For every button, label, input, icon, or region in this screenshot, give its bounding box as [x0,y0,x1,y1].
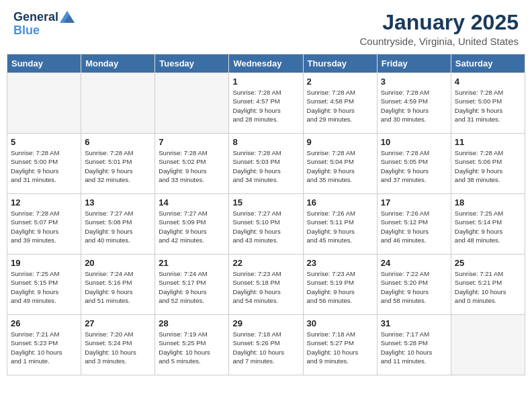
day-info: Sunrise: 7:28 AM Sunset: 4:57 PM Dayligh… [232,88,299,124]
calendar-cell [7,73,81,134]
header: General Blue January 2025 Countryside, V… [0,0,532,54]
day-info: Sunrise: 7:28 AM Sunset: 5:03 PM Dayligh… [232,148,299,184]
logo-blue-text: Blue [13,24,40,37]
day-number: 14 [159,197,225,208]
day-number: 31 [381,318,447,328]
day-info: Sunrise: 7:23 AM Sunset: 5:19 PM Dayligh… [307,269,373,305]
day-info: Sunrise: 7:28 AM Sunset: 5:00 PM Dayligh… [11,148,77,184]
calendar-cell: 12Sunrise: 7:28 AM Sunset: 5:07 PM Dayli… [7,194,81,255]
day-number: 24 [381,258,447,268]
day-info: Sunrise: 7:27 AM Sunset: 5:10 PM Dayligh… [232,209,299,244]
calendar-cell: 21Sunrise: 7:24 AM Sunset: 5:17 PM Dayli… [155,255,229,315]
calendar-week-row: 12Sunrise: 7:28 AM Sunset: 5:07 PM Dayli… [7,194,525,255]
calendar-week-row: 5Sunrise: 7:28 AM Sunset: 5:00 PM Daylig… [7,134,525,194]
day-number: 10 [381,137,447,147]
day-info: Sunrise: 7:28 AM Sunset: 5:07 PM Dayligh… [11,209,77,244]
calendar-cell [155,73,229,134]
calendar-cell: 14Sunrise: 7:27 AM Sunset: 5:09 PM Dayli… [155,194,229,255]
calendar-cell: 18Sunrise: 7:25 AM Sunset: 5:14 PM Dayli… [451,194,525,255]
day-number: 2 [307,77,373,87]
day-number: 25 [455,258,521,268]
calendar-cell: 26Sunrise: 7:21 AM Sunset: 5:23 PM Dayli… [7,315,81,375]
calendar-cell: 11Sunrise: 7:28 AM Sunset: 5:06 PM Dayli… [451,134,525,194]
day-number: 23 [307,258,373,268]
calendar-cell: 10Sunrise: 7:28 AM Sunset: 5:05 PM Dayli… [377,134,451,194]
calendar-cell: 31Sunrise: 7:17 AM Sunset: 5:28 PM Dayli… [377,315,451,375]
calendar-cell: 30Sunrise: 7:18 AM Sunset: 5:27 PM Dayli… [303,315,377,375]
day-info: Sunrise: 7:23 AM Sunset: 5:18 PM Dayligh… [232,269,299,305]
calendar-week-row: 1Sunrise: 7:28 AM Sunset: 4:57 PM Daylig… [7,73,525,134]
calendar-cell: 19Sunrise: 7:25 AM Sunset: 5:15 PM Dayli… [7,255,81,315]
calendar-cell: 22Sunrise: 7:23 AM Sunset: 5:18 PM Dayli… [229,255,303,315]
day-number: 29 [232,318,299,328]
day-info: Sunrise: 7:18 AM Sunset: 5:27 PM Dayligh… [307,330,373,365]
calendar-week-row: 26Sunrise: 7:21 AM Sunset: 5:23 PM Dayli… [7,315,525,375]
calendar-cell: 7Sunrise: 7:28 AM Sunset: 5:02 PM Daylig… [155,134,229,194]
day-info: Sunrise: 7:22 AM Sunset: 5:20 PM Dayligh… [381,269,447,305]
day-info: Sunrise: 7:18 AM Sunset: 5:26 PM Dayligh… [232,330,299,365]
calendar-cell: 9Sunrise: 7:28 AM Sunset: 5:04 PM Daylig… [303,134,377,194]
day-number: 19 [11,258,77,268]
day-number: 4 [455,77,521,87]
day-info: Sunrise: 7:28 AM Sunset: 4:58 PM Dayligh… [307,88,373,124]
month-title: January 2025 [359,11,519,34]
calendar-cell: 8Sunrise: 7:28 AM Sunset: 5:03 PM Daylig… [229,134,303,194]
day-info: Sunrise: 7:28 AM Sunset: 5:06 PM Dayligh… [455,148,521,184]
title-block: January 2025 Countryside, Virginia, Unit… [359,11,519,47]
day-number: 28 [159,318,225,328]
day-number: 15 [232,197,299,208]
day-info: Sunrise: 7:24 AM Sunset: 5:17 PM Dayligh… [159,269,225,305]
calendar-day-header: Monday [81,54,155,73]
day-number: 12 [11,197,77,208]
calendar-wrapper: SundayMondayTuesdayWednesdayThursdayFrid… [0,54,532,382]
day-info: Sunrise: 7:17 AM Sunset: 5:28 PM Dayligh… [381,330,447,365]
day-info: Sunrise: 7:26 AM Sunset: 5:12 PM Dayligh… [381,209,447,244]
day-info: Sunrise: 7:21 AM Sunset: 5:21 PM Dayligh… [455,269,521,305]
day-number: 5 [11,137,77,147]
calendar-cell [81,73,155,134]
day-info: Sunrise: 7:24 AM Sunset: 5:16 PM Dayligh… [85,269,151,305]
day-number: 13 [85,197,151,208]
calendar-table: SundayMondayTuesdayWednesdayThursdayFrid… [7,54,525,375]
day-info: Sunrise: 7:20 AM Sunset: 5:24 PM Dayligh… [85,330,151,365]
day-info: Sunrise: 7:21 AM Sunset: 5:23 PM Dayligh… [11,330,77,365]
calendar-day-header: Wednesday [229,54,303,73]
calendar-cell: 4Sunrise: 7:28 AM Sunset: 5:00 PM Daylig… [451,73,525,134]
calendar-cell: 3Sunrise: 7:28 AM Sunset: 4:59 PM Daylig… [377,73,451,134]
day-number: 1 [232,77,299,87]
day-number: 26 [11,318,77,328]
day-number: 16 [307,197,373,208]
calendar-cell: 24Sunrise: 7:22 AM Sunset: 5:20 PM Dayli… [377,255,451,315]
logo-icon [60,11,75,23]
day-info: Sunrise: 7:25 AM Sunset: 5:14 PM Dayligh… [455,209,521,244]
logo: General Blue [13,11,75,38]
calendar-cell: 15Sunrise: 7:27 AM Sunset: 5:10 PM Dayli… [229,194,303,255]
day-info: Sunrise: 7:25 AM Sunset: 5:15 PM Dayligh… [11,269,77,305]
calendar-cell: 29Sunrise: 7:18 AM Sunset: 5:26 PM Dayli… [229,315,303,375]
calendar-cell: 5Sunrise: 7:28 AM Sunset: 5:00 PM Daylig… [7,134,81,194]
day-info: Sunrise: 7:26 AM Sunset: 5:11 PM Dayligh… [307,209,373,244]
calendar-cell: 16Sunrise: 7:26 AM Sunset: 5:11 PM Dayli… [303,194,377,255]
day-number: 6 [85,137,151,147]
calendar-cell: 1Sunrise: 7:28 AM Sunset: 4:57 PM Daylig… [229,73,303,134]
day-number: 8 [232,137,299,147]
calendar-week-row: 19Sunrise: 7:25 AM Sunset: 5:15 PM Dayli… [7,255,525,315]
day-number: 27 [85,318,151,328]
day-number: 7 [159,137,225,147]
day-info: Sunrise: 7:28 AM Sunset: 5:05 PM Dayligh… [381,148,447,184]
calendar-cell: 20Sunrise: 7:24 AM Sunset: 5:16 PM Dayli… [81,255,155,315]
calendar-cell [451,315,525,375]
day-info: Sunrise: 7:28 AM Sunset: 4:59 PM Dayligh… [381,88,447,124]
calendar-day-header: Saturday [451,54,525,73]
day-number: 18 [455,197,521,208]
calendar-cell: 27Sunrise: 7:20 AM Sunset: 5:24 PM Dayli… [81,315,155,375]
day-number: 30 [307,318,373,328]
day-number: 21 [159,258,225,268]
calendar-day-header: Friday [377,54,451,73]
day-number: 20 [85,258,151,268]
page: General Blue January 2025 Countryside, V… [0,0,532,382]
location-title: Countryside, Virginia, United States [359,36,519,47]
calendar-cell: 17Sunrise: 7:26 AM Sunset: 5:12 PM Dayli… [377,194,451,255]
calendar-cell: 28Sunrise: 7:19 AM Sunset: 5:25 PM Dayli… [155,315,229,375]
calendar-day-header: Sunday [7,54,81,73]
